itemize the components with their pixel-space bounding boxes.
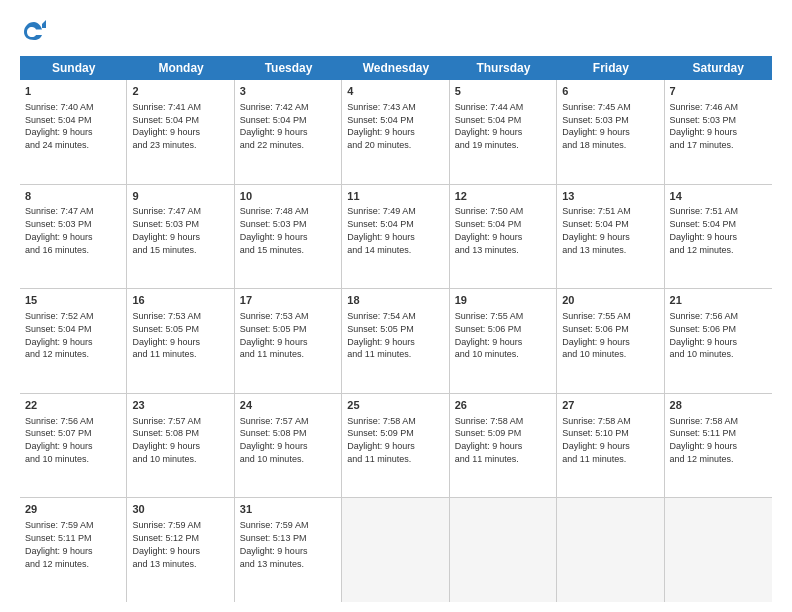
day-number: 24 — [240, 398, 336, 413]
cell-info: Sunrise: 7:59 AMSunset: 5:13 PMDaylight:… — [240, 520, 309, 568]
calendar-cell-13: 13Sunrise: 7:51 AMSunset: 5:04 PMDayligh… — [557, 185, 664, 289]
cell-info: Sunrise: 7:45 AMSunset: 5:03 PMDaylight:… — [562, 102, 631, 150]
day-number: 26 — [455, 398, 551, 413]
day-number: 8 — [25, 189, 121, 204]
calendar-cell-8: 8Sunrise: 7:47 AMSunset: 5:03 PMDaylight… — [20, 185, 127, 289]
calendar-cell-10: 10Sunrise: 7:48 AMSunset: 5:03 PMDayligh… — [235, 185, 342, 289]
cell-info: Sunrise: 7:54 AMSunset: 5:05 PMDaylight:… — [347, 311, 416, 359]
day-number: 29 — [25, 502, 121, 517]
day-number: 23 — [132, 398, 228, 413]
day-header-thursday: Thursday — [450, 56, 557, 80]
cell-info: Sunrise: 7:58 AMSunset: 5:10 PMDaylight:… — [562, 416, 631, 464]
calendar-cell-2: 2Sunrise: 7:41 AMSunset: 5:04 PMDaylight… — [127, 80, 234, 184]
page: SundayMondayTuesdayWednesdayThursdayFrid… — [0, 0, 792, 612]
day-number: 27 — [562, 398, 658, 413]
header — [20, 18, 772, 46]
cell-info: Sunrise: 7:41 AMSunset: 5:04 PMDaylight:… — [132, 102, 201, 150]
cell-info: Sunrise: 7:51 AMSunset: 5:04 PMDaylight:… — [670, 206, 739, 254]
empty-cell — [450, 498, 557, 602]
calendar-row-2: 8Sunrise: 7:47 AMSunset: 5:03 PMDaylight… — [20, 185, 772, 290]
day-number: 25 — [347, 398, 443, 413]
day-number: 10 — [240, 189, 336, 204]
day-number: 16 — [132, 293, 228, 308]
calendar-cell-3: 3Sunrise: 7:42 AMSunset: 5:04 PMDaylight… — [235, 80, 342, 184]
day-number: 11 — [347, 189, 443, 204]
day-header-friday: Friday — [557, 56, 664, 80]
calendar-cell-18: 18Sunrise: 7:54 AMSunset: 5:05 PMDayligh… — [342, 289, 449, 393]
calendar-row-3: 15Sunrise: 7:52 AMSunset: 5:04 PMDayligh… — [20, 289, 772, 394]
empty-cell — [342, 498, 449, 602]
empty-cell — [557, 498, 664, 602]
calendar-cell-5: 5Sunrise: 7:44 AMSunset: 5:04 PMDaylight… — [450, 80, 557, 184]
cell-info: Sunrise: 7:50 AMSunset: 5:04 PMDaylight:… — [455, 206, 524, 254]
cell-info: Sunrise: 7:53 AMSunset: 5:05 PMDaylight:… — [240, 311, 309, 359]
cell-info: Sunrise: 7:49 AMSunset: 5:04 PMDaylight:… — [347, 206, 416, 254]
day-number: 22 — [25, 398, 121, 413]
calendar-cell-6: 6Sunrise: 7:45 AMSunset: 5:03 PMDaylight… — [557, 80, 664, 184]
day-number: 30 — [132, 502, 228, 517]
day-number: 14 — [670, 189, 767, 204]
day-header-sunday: Sunday — [20, 56, 127, 80]
day-header-monday: Monday — [127, 56, 234, 80]
calendar-cell-11: 11Sunrise: 7:49 AMSunset: 5:04 PMDayligh… — [342, 185, 449, 289]
calendar: SundayMondayTuesdayWednesdayThursdayFrid… — [20, 56, 772, 602]
cell-info: Sunrise: 7:42 AMSunset: 5:04 PMDaylight:… — [240, 102, 309, 150]
day-number: 3 — [240, 84, 336, 99]
cell-info: Sunrise: 7:58 AMSunset: 5:11 PMDaylight:… — [670, 416, 739, 464]
calendar-cell-31: 31Sunrise: 7:59 AMSunset: 5:13 PMDayligh… — [235, 498, 342, 602]
calendar-cell-28: 28Sunrise: 7:58 AMSunset: 5:11 PMDayligh… — [665, 394, 772, 498]
day-number: 20 — [562, 293, 658, 308]
cell-info: Sunrise: 7:44 AMSunset: 5:04 PMDaylight:… — [455, 102, 524, 150]
cell-info: Sunrise: 7:55 AMSunset: 5:06 PMDaylight:… — [562, 311, 631, 359]
day-number: 2 — [132, 84, 228, 99]
calendar-cell-4: 4Sunrise: 7:43 AMSunset: 5:04 PMDaylight… — [342, 80, 449, 184]
day-number: 5 — [455, 84, 551, 99]
calendar-cell-17: 17Sunrise: 7:53 AMSunset: 5:05 PMDayligh… — [235, 289, 342, 393]
cell-info: Sunrise: 7:59 AMSunset: 5:11 PMDaylight:… — [25, 520, 94, 568]
cell-info: Sunrise: 7:57 AMSunset: 5:08 PMDaylight:… — [132, 416, 201, 464]
calendar-cell-23: 23Sunrise: 7:57 AMSunset: 5:08 PMDayligh… — [127, 394, 234, 498]
cell-info: Sunrise: 7:51 AMSunset: 5:04 PMDaylight:… — [562, 206, 631, 254]
calendar-row-5: 29Sunrise: 7:59 AMSunset: 5:11 PMDayligh… — [20, 498, 772, 602]
day-number: 4 — [347, 84, 443, 99]
calendar-cell-21: 21Sunrise: 7:56 AMSunset: 5:06 PMDayligh… — [665, 289, 772, 393]
calendar-cell-7: 7Sunrise: 7:46 AMSunset: 5:03 PMDaylight… — [665, 80, 772, 184]
empty-cell — [665, 498, 772, 602]
cell-info: Sunrise: 7:55 AMSunset: 5:06 PMDaylight:… — [455, 311, 524, 359]
cell-info: Sunrise: 7:59 AMSunset: 5:12 PMDaylight:… — [132, 520, 201, 568]
cell-info: Sunrise: 7:57 AMSunset: 5:08 PMDaylight:… — [240, 416, 309, 464]
calendar-cell-22: 22Sunrise: 7:56 AMSunset: 5:07 PMDayligh… — [20, 394, 127, 498]
day-number: 1 — [25, 84, 121, 99]
cell-info: Sunrise: 7:56 AMSunset: 5:07 PMDaylight:… — [25, 416, 94, 464]
calendar-header: SundayMondayTuesdayWednesdayThursdayFrid… — [20, 56, 772, 80]
day-number: 19 — [455, 293, 551, 308]
calendar-cell-12: 12Sunrise: 7:50 AMSunset: 5:04 PMDayligh… — [450, 185, 557, 289]
day-number: 6 — [562, 84, 658, 99]
cell-info: Sunrise: 7:58 AMSunset: 5:09 PMDaylight:… — [347, 416, 416, 464]
calendar-cell-16: 16Sunrise: 7:53 AMSunset: 5:05 PMDayligh… — [127, 289, 234, 393]
cell-info: Sunrise: 7:48 AMSunset: 5:03 PMDaylight:… — [240, 206, 309, 254]
day-header-saturday: Saturday — [665, 56, 772, 80]
cell-info: Sunrise: 7:53 AMSunset: 5:05 PMDaylight:… — [132, 311, 201, 359]
cell-info: Sunrise: 7:58 AMSunset: 5:09 PMDaylight:… — [455, 416, 524, 464]
calendar-cell-9: 9Sunrise: 7:47 AMSunset: 5:03 PMDaylight… — [127, 185, 234, 289]
day-number: 18 — [347, 293, 443, 308]
cell-info: Sunrise: 7:40 AMSunset: 5:04 PMDaylight:… — [25, 102, 94, 150]
calendar-row-4: 22Sunrise: 7:56 AMSunset: 5:07 PMDayligh… — [20, 394, 772, 499]
day-number: 15 — [25, 293, 121, 308]
cell-info: Sunrise: 7:47 AMSunset: 5:03 PMDaylight:… — [25, 206, 94, 254]
day-number: 12 — [455, 189, 551, 204]
calendar-cell-1: 1Sunrise: 7:40 AMSunset: 5:04 PMDaylight… — [20, 80, 127, 184]
day-header-wednesday: Wednesday — [342, 56, 449, 80]
day-number: 13 — [562, 189, 658, 204]
day-header-tuesday: Tuesday — [235, 56, 342, 80]
day-number: 21 — [670, 293, 767, 308]
day-number: 9 — [132, 189, 228, 204]
day-number: 28 — [670, 398, 767, 413]
cell-info: Sunrise: 7:56 AMSunset: 5:06 PMDaylight:… — [670, 311, 739, 359]
day-number: 7 — [670, 84, 767, 99]
calendar-cell-29: 29Sunrise: 7:59 AMSunset: 5:11 PMDayligh… — [20, 498, 127, 602]
logo-icon — [20, 18, 48, 46]
cell-info: Sunrise: 7:46 AMSunset: 5:03 PMDaylight:… — [670, 102, 739, 150]
calendar-cell-24: 24Sunrise: 7:57 AMSunset: 5:08 PMDayligh… — [235, 394, 342, 498]
